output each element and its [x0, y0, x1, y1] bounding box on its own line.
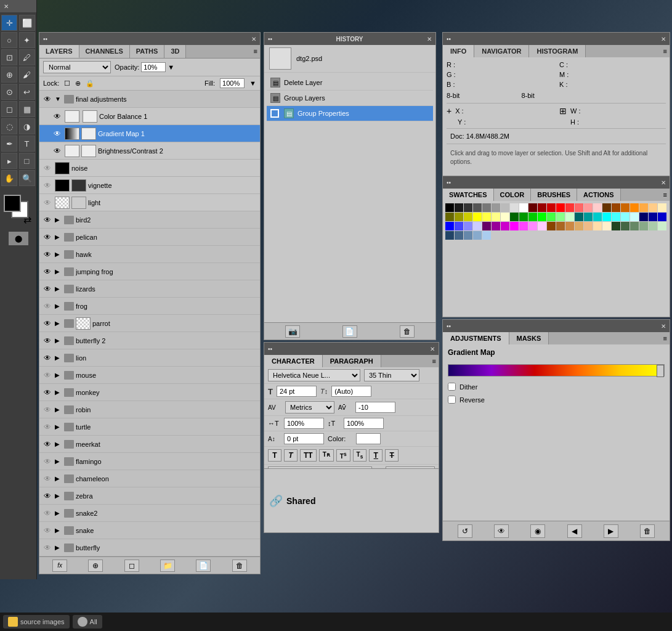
color-swatch[interactable] [519, 222, 528, 230]
layer-item[interactable]: 👁▶snake2 [39, 505, 260, 522]
layer-item[interactable]: 👁▶pelican [39, 229, 260, 246]
color-swatch[interactable] [612, 213, 620, 221]
color-swatch[interactable] [556, 222, 565, 230]
color-swatch[interactable] [482, 231, 491, 240]
color-swatch[interactable] [445, 222, 454, 230]
blur-tool[interactable]: ◌ [1, 118, 17, 134]
char-color-swatch[interactable] [356, 433, 381, 444]
font-family-select[interactable]: Helvetica Neue L... [268, 369, 360, 381]
color-swatch[interactable] [528, 222, 537, 230]
layer-item[interactable]: 👁▶monkey [39, 384, 260, 401]
gradient-tool[interactable]: ▦ [19, 101, 35, 117]
font-weight-select[interactable]: 35 Thin [364, 369, 419, 381]
history-panel-close[interactable]: ✕ [427, 36, 432, 43]
adj-delete-btn[interactable]: 🗑 [640, 524, 655, 538]
move-tool[interactable]: ✛ [1, 15, 17, 31]
kerning-select[interactable]: Metrics [285, 401, 334, 413]
hscale-input[interactable] [284, 418, 324, 429]
color-swatch[interactable] [639, 213, 648, 221]
vscale-input[interactable] [344, 418, 384, 429]
tab-adjustments[interactable]: ADJUSTMENTS [443, 332, 509, 344]
swatches-panel-close[interactable]: ✕ [661, 179, 666, 186]
layer-item[interactable]: 👁 ▼ final adjustments [39, 91, 260, 108]
info-panel-menu[interactable]: ≡ [661, 45, 670, 57]
color-swatch[interactable] [584, 222, 593, 230]
layer-item[interactable]: 👁 noise [39, 160, 260, 177]
layer-eye[interactable]: 👁 [42, 456, 53, 467]
layer-arrow[interactable]: ▶ [55, 285, 62, 292]
layer-arrow[interactable]: ▶ [55, 441, 62, 447]
layer-item[interactable]: 👁▶snake [39, 522, 260, 539]
color-swatch[interactable] [575, 203, 583, 212]
color-swatch[interactable] [649, 213, 657, 221]
color-swatch[interactable] [547, 222, 556, 230]
leading-input[interactable] [331, 386, 371, 397]
opacity-input[interactable] [141, 62, 166, 72]
color-swatch[interactable] [621, 213, 629, 221]
layer-eye[interactable]: 👁 [42, 387, 53, 398]
color-swatch[interactable] [538, 222, 546, 230]
baseline-input[interactable] [284, 433, 324, 444]
adj-panel-menu[interactable]: ≡ [661, 332, 670, 344]
color-swatch[interactable] [473, 231, 482, 240]
history-new-snapshot[interactable]: 📷 [285, 325, 300, 338]
char-panel-menu[interactable]: ≡ [430, 355, 439, 367]
color-swatch[interactable] [593, 203, 602, 212]
color-swatch[interactable] [621, 222, 629, 230]
color-swatch[interactable] [602, 222, 611, 230]
color-swatch[interactable] [630, 222, 639, 230]
adj-view-btn[interactable]: ◉ [530, 524, 545, 538]
layer-item[interactable]: 👁▶butterfly 2 [39, 332, 260, 349]
layer-eye[interactable]: 👁 [42, 249, 53, 260]
color-swatch[interactable] [649, 222, 657, 230]
group-button[interactable]: 📁 [160, 560, 175, 572]
color-swatch[interactable] [602, 203, 611, 212]
color-swatch[interactable] [519, 203, 528, 212]
text-tool[interactable]: T [19, 136, 35, 152]
color-swatch[interactable] [575, 222, 583, 230]
color-swatch[interactable] [519, 213, 528, 221]
tab-color[interactable]: COLOR [494, 189, 532, 201]
color-swatch[interactable] [464, 213, 472, 221]
layer-item[interactable]: 👁▶meerkat [39, 436, 260, 453]
tool-panel-close[interactable]: ✕ [4, 3, 9, 10]
layer-item[interactable]: 👁▶bird2 [39, 211, 260, 229]
layer-eye[interactable]: 👁 [52, 111, 63, 122]
magic-wand-tool[interactable]: ✦ [19, 32, 35, 48]
color-swatch[interactable] [565, 222, 574, 230]
delete-layer-button[interactable]: 🗑 [232, 560, 247, 572]
layer-eye[interactable]: 👁 [52, 128, 63, 139]
color-swatch[interactable] [649, 203, 657, 212]
layer-eye[interactable]: 👁 [42, 266, 53, 277]
info-drag[interactable]: •• [447, 36, 451, 43]
color-swatch[interactable] [445, 213, 454, 221]
tab-paths[interactable]: PATHS [130, 45, 165, 58]
color-swatch[interactable] [492, 222, 500, 230]
color-swatch[interactable] [528, 203, 537, 212]
layer-arrow[interactable]: ▶ [55, 389, 62, 396]
clone-tool[interactable]: ⊙ [1, 84, 17, 100]
layer-eye[interactable]: 👁 [42, 404, 53, 415]
zoom-tool[interactable]: 🔍 [19, 170, 35, 186]
fill-arrow[interactable]: ▼ [249, 79, 256, 87]
color-swatch[interactable] [602, 213, 611, 221]
color-swatch[interactable] [556, 213, 565, 221]
layer-eye[interactable]: 👁 [42, 214, 53, 226]
color-swatch[interactable] [630, 213, 639, 221]
history-item[interactable]: ▤ Group Layers [267, 91, 433, 106]
history-delete[interactable]: 🗑 [400, 325, 415, 338]
color-swatch[interactable] [621, 203, 629, 212]
layer-item[interactable]: 👁 Brightness/Contrast 2 [39, 142, 260, 160]
tab-character[interactable]: CHARACTER [264, 355, 323, 367]
layer-item[interactable]: 👁▶turtle [39, 418, 260, 436]
layer-arrow[interactable]: ▶ [55, 354, 62, 361]
hand-tool[interactable]: ✋ [1, 170, 17, 186]
smallcaps-btn[interactable]: Tʀ [319, 449, 334, 462]
blend-mode-select[interactable]: Normal [43, 61, 111, 73]
layer-arrow[interactable]: ▶ [55, 492, 62, 499]
color-swatch[interactable] [510, 203, 519, 212]
italic-btn[interactable]: T [284, 449, 298, 462]
layer-arrow[interactable]: ▶ [55, 234, 62, 240]
layer-arrow[interactable]: ▶ [55, 372, 62, 378]
color-swatch[interactable] [501, 203, 509, 212]
